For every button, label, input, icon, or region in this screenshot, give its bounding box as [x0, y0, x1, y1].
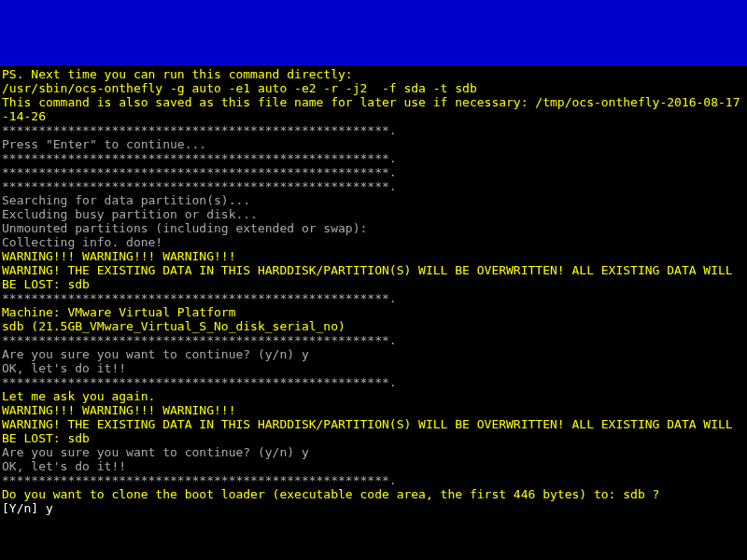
terminal-line: ****************************************… [2, 333, 745, 347]
terminal-line: ****************************************… [2, 179, 745, 193]
terminal-line: PS. Next time you can run this command d… [2, 67, 745, 81]
terminal-line: Do you want to clone the boot loader (ex… [2, 487, 745, 501]
terminal-line: WARNING!!! WARNING!!! WARNING!!! [2, 403, 745, 417]
terminal-output[interactable]: PS. Next time you can run this command d… [0, 65, 747, 517]
terminal-line: Machine: VMware Virtual Platform [2, 305, 745, 319]
terminal-line: This command is also saved as this file … [2, 95, 745, 123]
terminal-line: ****************************************… [2, 473, 745, 487]
terminal-line: WARNING! THE EXISTING DATA IN THIS HARDD… [2, 263, 745, 291]
terminal-line: ****************************************… [2, 291, 745, 305]
header-bar [0, 0, 747, 65]
terminal-line: ****************************************… [2, 375, 745, 389]
terminal-line: ****************************************… [2, 151, 745, 165]
terminal-line: Are you sure you want to continue? (y/n)… [2, 445, 745, 459]
terminal-line: ****************************************… [2, 123, 745, 137]
terminal-line: /usr/sbin/ocs-onthefly -g auto -e1 auto … [2, 81, 745, 95]
terminal-line: ****************************************… [2, 165, 745, 179]
terminal-line: Let me ask you again. [2, 389, 745, 403]
terminal-line: [Y/n] y [2, 501, 745, 515]
terminal-line: WARNING! THE EXISTING DATA IN THIS HARDD… [2, 417, 745, 445]
terminal-line: Are you sure you want to continue? (y/n)… [2, 347, 745, 361]
terminal-line: Unmounted partitions (including extended… [2, 221, 745, 235]
terminal-line: WARNING!!! WARNING!!! WARNING!!! [2, 249, 745, 263]
terminal-line: Collecting info. done! [2, 235, 745, 249]
terminal-line: Press "Enter" to continue... [2, 137, 745, 151]
terminal-line: OK, let's do it!! [2, 459, 745, 473]
terminal-line: sdb (21.5GB_VMware_Virtual_S_No_disk_ser… [2, 319, 745, 333]
terminal-line: Searching for data partition(s)... [2, 193, 745, 207]
terminal-line: OK, let's do it!! [2, 361, 745, 375]
terminal-line: Excluding busy partition or disk... [2, 207, 745, 221]
